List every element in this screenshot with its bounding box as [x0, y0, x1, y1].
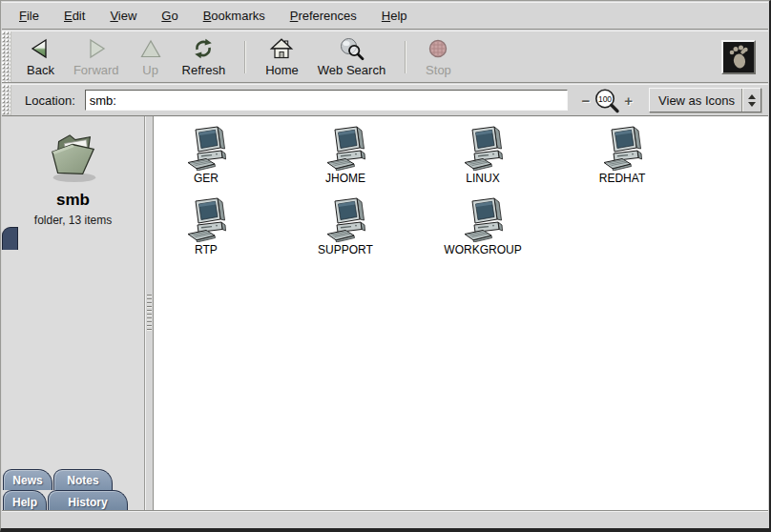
toolbar-separator — [244, 41, 246, 73]
view-mode-label: View as Icons — [650, 93, 741, 108]
toolbar-grip-handle[interactable] — [2, 31, 11, 82]
network-item-ger[interactable]: GER — [154, 123, 259, 185]
menu-go[interactable]: Go — [154, 5, 185, 27]
menu-bookmarks[interactable]: Bookmarks — [196, 5, 273, 27]
toolbar-separator — [405, 41, 406, 73]
toolbar: Back Forward Up Refresh — [2, 31, 768, 83]
home-icon — [269, 36, 294, 61]
refresh-button[interactable]: Refresh — [176, 33, 233, 80]
network-item-linux[interactable]: LINUX — [430, 123, 535, 185]
computer-icon — [460, 194, 506, 242]
splitter-grip-icon — [147, 295, 152, 333]
sidebar-splitter-handle[interactable] — [145, 116, 154, 510]
file-manager-window: File Edit View Go Bookmarks Preferences … — [0, 0, 771, 532]
status-bar — [2, 511, 768, 528]
back-button[interactable]: Back — [20, 33, 61, 80]
sidebar-folder-title: smb — [56, 191, 90, 210]
gnome-foot-icon — [721, 40, 756, 74]
zoom-level-indicator[interactable]: 100 — [593, 88, 621, 113]
location-bar-grip-handle[interactable] — [2, 85, 11, 115]
network-item-support[interactable]: SUPPORT — [293, 194, 398, 256]
sidebar-tab-history[interactable]: History — [48, 490, 128, 513]
network-item-rtp[interactable]: RTP — [154, 194, 259, 256]
sidebar-tab-help[interactable]: Help — [3, 490, 47, 513]
sidebar-header: smb folder, 13 items — [2, 116, 144, 227]
up-icon — [138, 36, 163, 61]
svg-text:100: 100 — [598, 93, 612, 103]
computer-icon — [599, 123, 645, 171]
icon-view: GER JHOME LINUX REDHAT RTP SUPPORT — [154, 116, 768, 510]
computer-icon — [183, 123, 229, 171]
home-button[interactable]: Home — [259, 33, 305, 80]
web-search-button[interactable]: Web Search — [311, 33, 392, 80]
menu-bar: File Edit View Go Bookmarks Preferences … — [2, 2, 768, 30]
refresh-icon — [191, 36, 216, 61]
content-area: smb folder, 13 items News Notes Help His… — [2, 116, 768, 510]
arrow-up-icon — [748, 94, 756, 99]
network-item-workgroup[interactable]: WORKGROUP — [430, 194, 535, 256]
menu-file[interactable]: File — [11, 5, 47, 27]
forward-button[interactable]: Forward — [67, 33, 126, 80]
up-button[interactable]: Up — [132, 33, 170, 80]
menu-preferences[interactable]: Preferences — [282, 5, 365, 27]
network-item-redhat[interactable]: REDHAT — [570, 123, 675, 185]
view-mode-dropdown[interactable]: View as Icons — [649, 88, 761, 113]
sidebar-tab-partial — [2, 227, 18, 250]
menu-view[interactable]: View — [102, 5, 144, 27]
location-bar: Location: − 100 + View as Icons — [2, 84, 768, 116]
menu-help[interactable]: Help — [374, 5, 415, 27]
folder-icon — [43, 132, 104, 185]
arrow-down-icon — [748, 102, 756, 107]
web-search-icon — [339, 36, 365, 61]
sidebar-tab-notes[interactable]: Notes — [53, 469, 113, 490]
zoom-out-button[interactable]: − — [579, 93, 594, 108]
stop-button[interactable]: Stop — [419, 33, 458, 80]
sidebar-tab-news[interactable]: News — [3, 469, 52, 490]
network-item-jhome[interactable]: JHOME — [293, 123, 398, 185]
stop-icon — [426, 36, 450, 61]
zoom-in-button[interactable]: + — [621, 93, 636, 108]
back-icon — [28, 36, 52, 61]
computer-icon — [460, 123, 506, 171]
zoom-control: − 100 + — [579, 88, 636, 113]
location-label: Location: — [25, 93, 75, 108]
forward-icon — [84, 36, 109, 61]
computer-icon — [323, 194, 368, 242]
menu-edit[interactable]: Edit — [56, 5, 93, 27]
location-input[interactable] — [85, 90, 568, 111]
sidebar: smb folder, 13 items News Notes Help His… — [2, 116, 145, 510]
computer-icon — [183, 194, 229, 242]
dropdown-spinner-icon — [741, 89, 761, 112]
computer-icon — [323, 123, 368, 171]
sidebar-folder-details: folder, 13 items — [34, 214, 112, 227]
